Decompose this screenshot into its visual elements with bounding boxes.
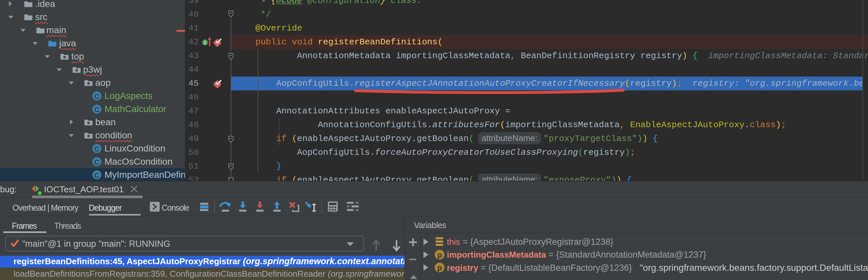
svg-text:p: p [437, 263, 442, 272]
svg-text:I: I [204, 40, 206, 45]
svg-text:p: p [437, 250, 442, 259]
